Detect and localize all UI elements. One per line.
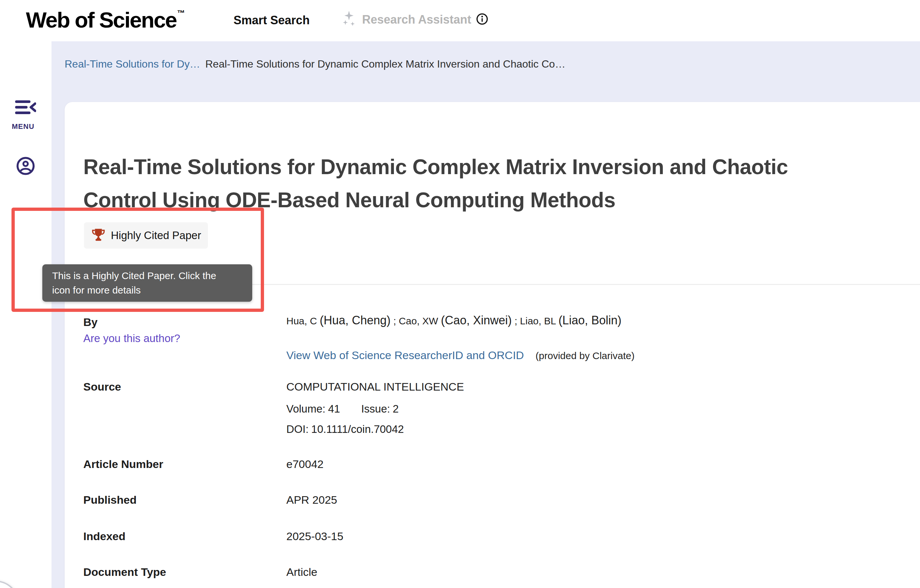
published-label: Published (83, 494, 136, 506)
breadcrumb-current: Real-Time Solutions for Dynamic Complex … (205, 58, 565, 70)
doi-value: 10.1111/coin.70042 (311, 423, 404, 435)
smart-search-nav[interactable]: Smart Search (233, 13, 309, 27)
menu-label: MENU (12, 122, 34, 131)
highly-cited-tooltip: This is a Highly Cited Paper. Click the … (42, 264, 252, 302)
collapse-menu-icon (15, 100, 36, 115)
research-assistant-label: Research Assistant (362, 13, 471, 27)
volume-issue-row: Volume:41 Issue:2 (286, 403, 399, 415)
info-icon[interactable] (476, 13, 488, 27)
highly-cited-badge-label: Highly Cited Paper (111, 229, 201, 242)
indexed-label: Indexed (83, 530, 125, 543)
are-you-this-author-link[interactable]: Are you this author? (83, 332, 180, 345)
highly-cited-badge[interactable]: Highly Cited Paper (84, 222, 208, 249)
published-value: APR 2025 (286, 494, 337, 506)
author-full-name: (Cao, Xinwei) (441, 314, 512, 327)
by-label: By (83, 316, 97, 329)
tooltip-line-2: icon for more details (52, 283, 242, 298)
volume-label: Volume: (286, 403, 326, 415)
author-full-name: (Liao, Bolin) (559, 314, 622, 327)
doi-label: DOI: (286, 423, 309, 435)
source-journal: COMPUTATIONAL INTELLIGENCE (286, 381, 464, 393)
researcher-row: View Web of Science ResearcherID and ORC… (286, 349, 635, 362)
article-title: Real-Time Solutions for Dynamic Complex … (83, 151, 789, 217)
logo-trademark: ™ (177, 8, 184, 17)
user-account-icon (16, 156, 35, 175)
authors-line: Hua, C (Hua, Cheng) ; Cao, XW (Cao, Xinw… (286, 314, 622, 327)
top-header: Web of Science™ Smart Search Research As… (0, 0, 920, 41)
article-number-label: Article Number (83, 458, 164, 471)
sparkles-icon (342, 11, 358, 29)
logo-text: Web of Science (26, 8, 177, 32)
trophy-icon (91, 227, 106, 244)
author-short-name[interactable]: Cao, XW (399, 316, 441, 326)
volume-value: 41 (328, 403, 340, 415)
document-type-label: Document Type (83, 566, 166, 578)
author-short-name[interactable]: Hua, C (286, 316, 320, 326)
web-of-science-logo[interactable]: Web of Science™ (26, 7, 183, 32)
profile-button[interactable] (16, 156, 35, 175)
author-separator: ; (390, 316, 399, 326)
issue-value: 2 (393, 403, 398, 415)
author-short-name[interactable]: Liao, BL (520, 316, 558, 326)
source-label: Source (83, 381, 121, 393)
breadcrumb-collapsed-tab[interactable]: Real-Time Solutions for Dy… (65, 58, 200, 70)
left-sidebar: MENU (0, 41, 52, 588)
web-of-science-page: Web of Science™ Smart Search Research As… (0, 0, 920, 588)
author-full-name: (Hua, Cheng) (320, 314, 390, 327)
issue-label: Issue: (361, 403, 390, 415)
author-separator: ; (512, 316, 520, 326)
research-assistant-nav[interactable]: Research Assistant (342, 11, 488, 29)
article-number-value: e70042 (286, 458, 323, 471)
doi-row: DOI:10.1111/coin.70042 (286, 423, 404, 436)
menu-toggle-button[interactable] (15, 100, 36, 115)
tooltip-line-1: This is a Highly Cited Paper. Click the (52, 269, 242, 283)
provided-by-clarivate: (provided by Clarivate) (536, 350, 635, 361)
researcher-id-orcid-link[interactable]: View Web of Science ResearcherID and ORC… (286, 349, 524, 361)
indexed-value: 2025-03-15 (286, 530, 343, 543)
document-type-value: Article (286, 566, 317, 578)
